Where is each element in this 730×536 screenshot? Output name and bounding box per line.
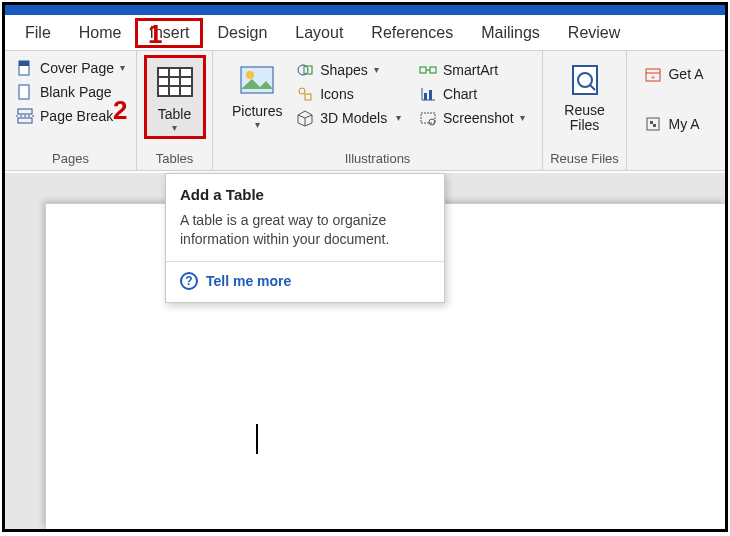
- titlebar: [5, 5, 725, 15]
- reuse-files-label: Reuse Files: [564, 103, 604, 134]
- tab-references[interactable]: References: [357, 18, 467, 48]
- ribbon: Cover Page ▾ Blank Page Page Break: [5, 51, 725, 171]
- blank-page-button[interactable]: Blank Page: [12, 83, 129, 101]
- page-break-button[interactable]: Page Break: [12, 107, 129, 125]
- svg-rect-36: [647, 118, 659, 130]
- get-addins-button[interactable]: + Get A: [640, 65, 707, 83]
- smartart-button[interactable]: SmartArt: [415, 61, 529, 79]
- pictures-label: Pictures: [232, 103, 283, 119]
- svg-rect-22: [430, 67, 436, 73]
- text-cursor: [256, 424, 258, 454]
- tooltip-title: Add a Table: [180, 186, 430, 203]
- group-label-pages: Pages: [11, 149, 130, 170]
- my-addins-label: My A: [668, 116, 699, 132]
- svg-rect-28: [421, 113, 435, 123]
- svg-point-15: [299, 88, 305, 94]
- tab-file[interactable]: File: [11, 18, 65, 48]
- get-addins-label: Get A: [668, 66, 703, 82]
- group-label-addins: [633, 164, 715, 170]
- svg-point-12: [246, 71, 254, 79]
- chevron-down-icon: ▾: [374, 66, 379, 74]
- cover-page-button[interactable]: Cover Page ▾: [12, 59, 129, 77]
- chevron-down-icon: ▾: [120, 64, 125, 72]
- chevron-down-icon: ▾: [520, 114, 525, 122]
- tooltip-body: A table is a great way to organize infor…: [180, 211, 430, 249]
- tab-home[interactable]: Home: [65, 18, 136, 48]
- chart-button[interactable]: Chart: [415, 85, 529, 103]
- ribbon-tabs: File Home Insert Design Layout Reference…: [5, 15, 725, 51]
- screenshot-button[interactable]: Screenshot ▾: [415, 109, 529, 127]
- tell-me-more-link[interactable]: ? Tell me more: [180, 272, 430, 290]
- pictures-button[interactable]: Pictures ▾: [226, 55, 288, 133]
- tab-layout[interactable]: Layout: [281, 18, 357, 48]
- icons-button[interactable]: Icons: [292, 85, 405, 103]
- svg-point-29: [429, 119, 435, 125]
- blank-page-icon: [16, 83, 34, 101]
- svg-text:+: +: [651, 73, 656, 82]
- annotation-1: 1: [148, 19, 162, 50]
- smartart-label: SmartArt: [443, 62, 498, 78]
- chart-icon: [419, 85, 437, 103]
- addins-store-icon: +: [644, 65, 662, 83]
- svg-line-18: [298, 115, 305, 118]
- group-label-tables: Tables: [143, 149, 206, 170]
- 3d-models-button[interactable]: 3D Models ▾: [292, 109, 405, 127]
- group-label-illustrations: Illustrations: [219, 149, 536, 170]
- tab-mailings[interactable]: Mailings: [467, 18, 554, 48]
- help-icon: ?: [180, 272, 198, 290]
- reuse-files-icon: [564, 59, 606, 101]
- shapes-label: Shapes: [320, 62, 367, 78]
- table-tooltip: Add a Table A table is a great way to or…: [165, 173, 445, 303]
- svg-rect-26: [424, 93, 427, 100]
- pictures-icon: [236, 59, 278, 101]
- svg-rect-16: [305, 94, 311, 100]
- my-addins-button[interactable]: My A: [640, 115, 707, 133]
- chevron-down-icon: ▾: [255, 121, 260, 129]
- annotation-2: 2: [113, 95, 127, 126]
- icons-icon: [296, 85, 314, 103]
- svg-rect-2: [19, 85, 29, 99]
- shapes-icon: [296, 61, 314, 79]
- shapes-button[interactable]: Shapes ▾: [292, 61, 405, 79]
- screenshot-label: Screenshot: [443, 110, 514, 126]
- svg-rect-3: [18, 109, 32, 114]
- tooltip-link-label: Tell me more: [206, 273, 291, 289]
- svg-rect-4: [18, 118, 32, 123]
- screenshot-icon: [419, 109, 437, 127]
- table-icon: [154, 62, 196, 104]
- svg-line-19: [305, 115, 312, 118]
- 3d-models-icon: [296, 109, 314, 127]
- tab-review[interactable]: Review: [554, 18, 634, 48]
- 3d-models-label: 3D Models: [320, 110, 387, 126]
- blank-page-label: Blank Page: [40, 84, 112, 100]
- page-break-label: Page Break: [40, 108, 113, 124]
- svg-rect-1: [19, 61, 29, 66]
- chart-label: Chart: [443, 86, 477, 102]
- page-break-icon: [16, 107, 34, 125]
- svg-rect-11: [241, 67, 273, 93]
- group-label-reuse: Reuse Files: [549, 149, 620, 170]
- icons-label: Icons: [320, 86, 353, 102]
- cover-page-icon: [16, 59, 34, 77]
- smartart-icon: [419, 61, 437, 79]
- reuse-files-button[interactable]: Reuse Files: [550, 55, 620, 138]
- my-addins-icon: [644, 115, 662, 133]
- svg-rect-27: [429, 90, 432, 100]
- svg-rect-6: [158, 68, 192, 96]
- tab-insert[interactable]: Insert: [135, 18, 203, 48]
- chevron-down-icon: ▾: [172, 124, 177, 132]
- table-button[interactable]: Table ▾: [144, 55, 206, 139]
- chevron-down-icon: ▾: [393, 114, 401, 122]
- svg-rect-21: [420, 67, 426, 73]
- table-label: Table: [158, 106, 191, 122]
- tab-design[interactable]: Design: [203, 18, 281, 48]
- cover-page-label: Cover Page: [40, 60, 114, 76]
